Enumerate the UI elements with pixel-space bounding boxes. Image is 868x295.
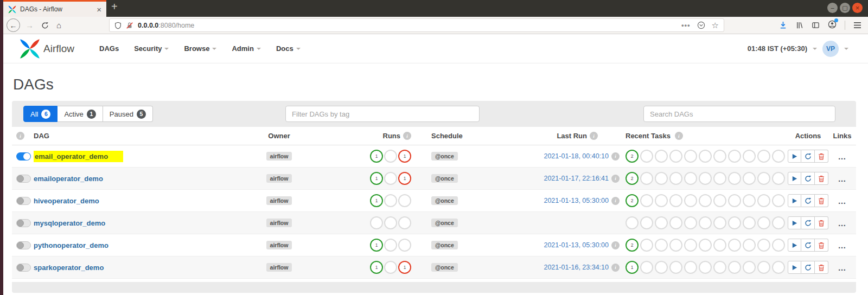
trigger-dag-button[interactable] [788, 150, 801, 163]
filter-tab-paused[interactable]: Paused 5 [103, 106, 153, 122]
task-state-circle[interactable] [728, 172, 741, 185]
dag-pause-toggle[interactable] [16, 197, 31, 205]
nav-browse[interactable]: Browse [184, 44, 216, 53]
task-state-circle[interactable] [370, 216, 383, 229]
window-close-button[interactable]: × [852, 3, 863, 13]
task-state-circle[interactable]: 1 [398, 172, 411, 185]
task-state-circle[interactable] [640, 216, 653, 229]
bookmark-star-icon[interactable]: ☆ [712, 21, 719, 30]
task-state-circle[interactable] [655, 194, 668, 207]
task-state-circle[interactable]: 1 [370, 194, 383, 207]
task-state-circle[interactable] [699, 216, 712, 229]
task-state-circle[interactable] [640, 239, 653, 252]
dag-name-link[interactable]: sparkoperator_demo [34, 264, 104, 272]
dag-pause-toggle[interactable] [16, 219, 31, 227]
task-state-circle[interactable]: 1 [398, 261, 411, 274]
delete-dag-button[interactable] [815, 150, 828, 163]
downloads-icon[interactable] [779, 21, 787, 29]
task-state-circle[interactable] [398, 194, 411, 207]
airflow-brand[interactable]: Airflow [20, 39, 74, 59]
task-state-circle[interactable] [626, 216, 639, 229]
dag-pause-toggle[interactable] [16, 152, 31, 161]
filter-tab-active[interactable]: Active 1 [58, 106, 103, 122]
new-tab-button[interactable]: + [111, 1, 118, 13]
task-state-circle[interactable] [669, 150, 682, 163]
task-state-circle[interactable] [757, 194, 770, 207]
trigger-dag-button[interactable] [788, 194, 801, 207]
task-state-circle[interactable] [728, 261, 741, 274]
nav-security[interactable]: Security [134, 44, 169, 53]
task-state-circle[interactable] [713, 172, 726, 185]
task-state-circle[interactable]: 2 [626, 239, 639, 252]
task-state-circle[interactable] [684, 172, 697, 185]
page-actions-icon[interactable]: ••• [681, 21, 691, 29]
task-state-circle[interactable]: 1 [370, 150, 383, 163]
task-state-circle[interactable] [728, 150, 741, 163]
refresh-dag-button[interactable] [801, 194, 815, 207]
delete-dag-button[interactable] [815, 261, 828, 274]
filter-tab-all[interactable]: All 6 [23, 106, 58, 122]
user-avatar[interactable]: VP [822, 41, 839, 57]
task-state-circle[interactable]: 2 [626, 194, 639, 207]
task-state-circle[interactable] [772, 261, 785, 274]
url-text[interactable]: 0.0.0.0:8080/home [138, 22, 194, 29]
task-state-circle[interactable] [384, 172, 397, 185]
nav-admin[interactable]: Admin [232, 44, 260, 53]
task-state-circle[interactable] [640, 194, 653, 207]
chevron-down-icon[interactable] [844, 48, 848, 50]
last-run-link[interactable]: 2021-01-16, 23:34:10 [544, 264, 609, 271]
task-state-circle[interactable] [757, 239, 770, 252]
task-state-circle[interactable] [384, 216, 397, 229]
task-state-circle[interactable] [655, 261, 668, 274]
menu-hamburger-icon[interactable] [853, 22, 861, 29]
tracking-shield-icon[interactable] [114, 22, 122, 29]
nav-dags[interactable]: DAGs [99, 44, 119, 53]
task-state-circle[interactable] [743, 239, 756, 252]
task-state-circle[interactable] [772, 194, 785, 207]
task-state-circle[interactable] [772, 216, 785, 229]
delete-dag-button[interactable] [815, 172, 828, 185]
task-state-circle[interactable] [669, 261, 682, 274]
home-button[interactable]: ⌂ [56, 21, 61, 29]
task-state-circle[interactable] [757, 150, 770, 163]
trigger-dag-button[interactable] [788, 172, 801, 185]
last-run-link[interactable]: 2021-01-18, 00:40:10 [544, 152, 609, 160]
dag-links-menu[interactable]: … [838, 243, 847, 248]
task-state-circle[interactable] [743, 150, 756, 163]
tab-close-icon[interactable]: × [97, 5, 101, 14]
task-state-circle[interactable] [384, 261, 397, 274]
last-run-link[interactable]: 2021-01-13, 05:30:00 [544, 197, 609, 204]
trigger-dag-button[interactable] [788, 216, 801, 229]
tag-filter-input[interactable] [285, 106, 480, 122]
dag-links-menu[interactable]: … [838, 176, 847, 181]
task-state-circle[interactable] [743, 172, 756, 185]
task-state-circle[interactable] [640, 261, 653, 274]
task-state-circle[interactable] [699, 150, 712, 163]
task-state-circle[interactable] [713, 239, 726, 252]
task-state-circle[interactable] [772, 172, 785, 185]
dag-pause-toggle[interactable] [16, 264, 31, 272]
task-state-circle[interactable]: 1 [370, 261, 383, 274]
task-state-circle[interactable]: 1 [398, 150, 411, 163]
dag-name-link[interactable]: hiveoperator_demo [34, 197, 99, 205]
refresh-dag-button[interactable] [801, 172, 815, 185]
task-state-circle[interactable] [684, 216, 697, 229]
task-state-circle[interactable] [713, 194, 726, 207]
task-state-circle[interactable] [684, 194, 697, 207]
task-state-circle[interactable] [743, 216, 756, 229]
task-state-circle[interactable] [684, 150, 697, 163]
delete-dag-button[interactable] [815, 216, 828, 229]
task-state-circle[interactable] [669, 172, 682, 185]
refresh-dag-button[interactable] [801, 150, 815, 163]
task-state-circle[interactable] [743, 194, 756, 207]
chevron-down-icon[interactable] [813, 48, 817, 50]
task-state-circle[interactable] [655, 150, 668, 163]
dag-links-menu[interactable]: … [838, 265, 847, 270]
task-state-circle[interactable] [728, 216, 741, 229]
dag-links-menu[interactable]: … [838, 154, 847, 159]
pocket-icon[interactable] [697, 21, 705, 29]
dag-links-menu[interactable]: … [838, 198, 847, 203]
task-state-circle[interactable] [669, 239, 682, 252]
task-state-circle[interactable] [757, 261, 770, 274]
window-maximize-button[interactable]: ▢ [840, 3, 850, 13]
